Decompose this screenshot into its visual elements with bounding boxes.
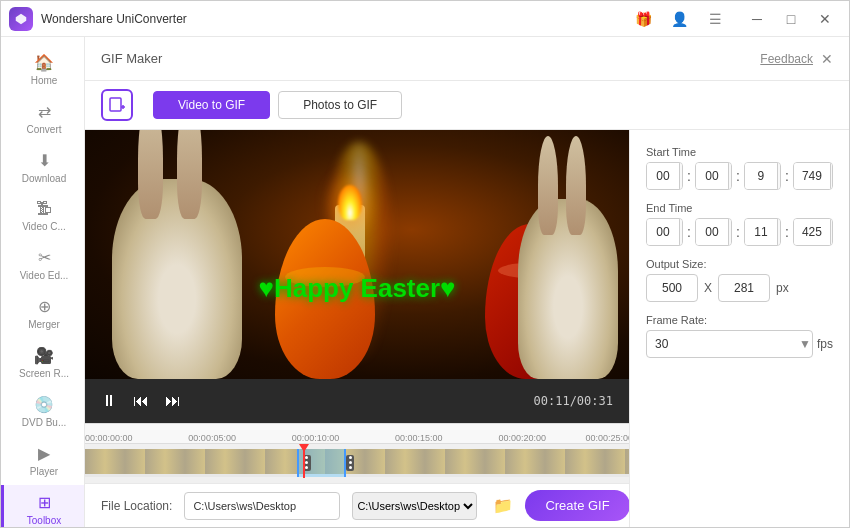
fps-select[interactable]: 30 24 15 10 bbox=[646, 330, 813, 358]
prev-button[interactable]: ⏮ bbox=[133, 392, 149, 410]
menu-icon[interactable]: ☰ bbox=[701, 5, 729, 33]
end-s-down[interactable]: ▼ bbox=[778, 232, 781, 245]
end-m-input[interactable] bbox=[696, 219, 728, 245]
folder-icon[interactable]: 📁 bbox=[493, 496, 513, 515]
start-time-s[interactable]: ▲ ▼ bbox=[744, 162, 781, 190]
dvd-icon: 💿 bbox=[34, 395, 54, 414]
video-background: ♥Happy Easter♥ bbox=[85, 130, 629, 379]
end-m-up[interactable]: ▲ bbox=[729, 219, 732, 232]
end-h-up[interactable]: ▲ bbox=[680, 219, 683, 232]
timeline[interactable]: 00:00:00:00 00:00:05:00 00:00:10:00 00:0… bbox=[85, 423, 629, 483]
sidebar-item-home[interactable]: 🏠 Home bbox=[1, 45, 84, 94]
end-ms-up[interactable]: ▲ bbox=[831, 219, 833, 232]
video-area: ♥Happy Easter♥ ⏸ ⏮ ⏭ bbox=[85, 130, 629, 527]
end-time-s[interactable]: ▲ ▼ bbox=[744, 218, 781, 246]
add-file-button[interactable] bbox=[101, 89, 133, 121]
end-ms-input[interactable] bbox=[794, 219, 830, 245]
start-s-up[interactable]: ▲ bbox=[778, 163, 781, 176]
convert-icon: ⇄ bbox=[38, 102, 51, 121]
gif-maker-header: GIF Maker Feedback ✕ bbox=[85, 37, 849, 81]
output-size-group: Output Size: X px bbox=[646, 258, 833, 302]
start-ms-input[interactable] bbox=[794, 163, 830, 189]
maximize-button[interactable]: □ bbox=[775, 5, 807, 33]
tick-0: 00:00:00:00 bbox=[85, 433, 133, 443]
settings-panel: Start Time ▲ ▼ : bbox=[629, 130, 849, 527]
sidebar-item-merger[interactable]: ⊕ Merger bbox=[1, 289, 84, 338]
end-h-down[interactable]: ▼ bbox=[680, 232, 683, 245]
timeline-ruler: 00:00:00:00 00:00:05:00 00:00:10:00 00:0… bbox=[85, 424, 629, 444]
toolbox-icon: ⊞ bbox=[38, 493, 51, 512]
close-button[interactable]: ✕ bbox=[809, 5, 841, 33]
edit-icon: ✂ bbox=[38, 248, 51, 267]
file-location-input[interactable] bbox=[184, 492, 340, 520]
start-time-ms[interactable]: ▲ ▼ bbox=[793, 162, 833, 190]
main-layout: 🏠 Home ⇄ Convert ⬇ Download 🗜 Video C...… bbox=[1, 37, 849, 527]
start-ms-up[interactable]: ▲ bbox=[831, 163, 833, 176]
end-s-up[interactable]: ▲ bbox=[778, 219, 781, 232]
end-h-input[interactable] bbox=[647, 219, 679, 245]
sidebar-item-player[interactable]: ▶ Player bbox=[1, 436, 84, 485]
height-input[interactable] bbox=[718, 274, 770, 302]
next-button[interactable]: ⏭ bbox=[165, 392, 181, 410]
end-time-label: End Time bbox=[646, 202, 833, 214]
tick-4: 00:00:20:00 bbox=[498, 433, 546, 443]
end-m-down[interactable]: ▼ bbox=[729, 232, 732, 245]
px-label: px bbox=[776, 281, 789, 295]
candle-flame bbox=[338, 185, 362, 220]
fps-label: fps bbox=[817, 337, 833, 351]
screen-rec-icon: 🎥 bbox=[34, 346, 54, 365]
start-time-row: ▲ ▼ : ▲ ▼ bbox=[646, 162, 833, 190]
timeline-playhead bbox=[303, 444, 305, 478]
sidebar-item-video-compress[interactable]: 🗜 Video C... bbox=[1, 192, 84, 240]
title-bar: Wondershare UniConverter 🎁 👤 ☰ ─ □ ✕ bbox=[1, 1, 849, 37]
location-dropdown[interactable]: C:\Users\ws\Desktop bbox=[352, 492, 477, 520]
sidebar-item-convert[interactable]: ⇄ Convert bbox=[1, 94, 84, 143]
minimize-button[interactable]: ─ bbox=[741, 5, 773, 33]
title-icon-group: 🎁 👤 ☰ bbox=[629, 5, 729, 33]
user-icon[interactable]: 👤 bbox=[665, 5, 693, 33]
end-time-ms[interactable]: ▲ ▼ bbox=[793, 218, 833, 246]
pause-button[interactable]: ⏸ bbox=[101, 392, 117, 410]
app-title: Wondershare UniConverter bbox=[41, 12, 629, 26]
start-h-down[interactable]: ▼ bbox=[680, 176, 683, 189]
sidebar-item-download[interactable]: ⬇ Download bbox=[1, 143, 84, 192]
frame-rate-label: Frame Rate: bbox=[646, 314, 833, 326]
gift-icon[interactable]: 🎁 bbox=[629, 5, 657, 33]
start-time-h[interactable]: ▲ ▼ bbox=[646, 162, 683, 190]
tab-video-to-gif[interactable]: Video to GIF bbox=[153, 91, 270, 119]
rabbit-left bbox=[112, 179, 242, 379]
end-time-m[interactable]: ▲ ▼ bbox=[695, 218, 732, 246]
feedback-link[interactable]: Feedback bbox=[760, 52, 813, 66]
timeline-filmstrip bbox=[85, 449, 629, 474]
create-gif-button[interactable]: Create GIF bbox=[525, 490, 629, 521]
tick-3: 00:00:15:00 bbox=[395, 433, 443, 443]
start-s-input[interactable] bbox=[745, 163, 777, 189]
width-input[interactable] bbox=[646, 274, 698, 302]
sidebar-item-toolbox[interactable]: ⊞ Toolbox bbox=[1, 485, 84, 527]
tick-1: 00:00:05:00 bbox=[188, 433, 236, 443]
end-time-h[interactable]: ▲ ▼ bbox=[646, 218, 683, 246]
playback-controls: ⏸ ⏮ ⏭ 00:11/00:31 bbox=[85, 379, 629, 423]
start-m-up[interactable]: ▲ bbox=[729, 163, 732, 176]
timeline-track bbox=[85, 449, 629, 477]
end-s-input[interactable] bbox=[745, 219, 777, 245]
selection-handle-right[interactable] bbox=[346, 455, 354, 472]
start-h-up[interactable]: ▲ bbox=[680, 163, 683, 176]
start-ms-down[interactable]: ▼ bbox=[831, 176, 833, 189]
end-ms-down[interactable]: ▼ bbox=[831, 232, 833, 245]
start-m-input[interactable] bbox=[696, 163, 728, 189]
fps-row: 30 24 15 10 ▼ fps bbox=[646, 330, 833, 358]
start-h-input[interactable] bbox=[647, 163, 679, 189]
tab-photos-to-gif[interactable]: Photos to GIF bbox=[278, 91, 402, 119]
sidebar-item-screen-rec[interactable]: 🎥 Screen R... bbox=[1, 338, 84, 387]
start-m-down[interactable]: ▼ bbox=[729, 176, 732, 189]
start-s-down[interactable]: ▼ bbox=[778, 176, 781, 189]
output-size-label: Output Size: bbox=[646, 258, 833, 270]
sidebar-item-video-edit[interactable]: ✂ Video Ed... bbox=[1, 240, 84, 289]
sidebar-item-dvd[interactable]: 💿 DVD Bu... bbox=[1, 387, 84, 436]
main-content-row: ♥Happy Easter♥ ⏸ ⏮ ⏭ bbox=[85, 130, 849, 527]
start-time-m[interactable]: ▲ ▼ bbox=[695, 162, 732, 190]
gif-maker-close-button[interactable]: ✕ bbox=[821, 51, 833, 67]
compress-icon: 🗜 bbox=[36, 200, 52, 218]
output-size-row: X px bbox=[646, 274, 833, 302]
